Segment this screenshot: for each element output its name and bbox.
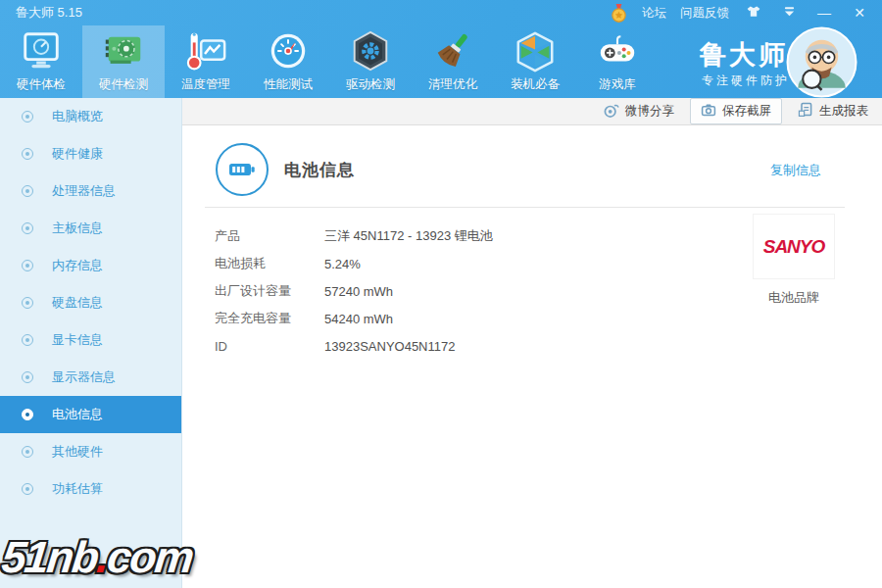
brand-area: 鲁大师 专注硬件防护 — [686, 25, 882, 98]
radio-icon — [22, 446, 33, 458]
watermark: 51nb.com — [0, 532, 195, 583]
table-row: 出厂设计容量 57240 mWh — [182, 277, 731, 305]
brand-slogan: 专注硬件防护 — [702, 73, 790, 89]
row-label: 完全充电容量 — [215, 310, 324, 327]
sidebar-item-disk[interactable]: 硬盘信息 — [0, 284, 181, 321]
row-value: 三洋 45N1172 - 13923 锂电池 — [324, 227, 493, 245]
save-screenshot-label: 保存截屏 — [722, 103, 771, 120]
broom-icon — [430, 29, 475, 74]
skin-icon[interactable] — [743, 4, 764, 23]
radio-icon — [22, 371, 33, 383]
sidebar-item-label: 电池信息 — [52, 406, 103, 423]
thermometer-chart-icon — [183, 29, 228, 74]
row-value: 57240 mWh — [324, 284, 393, 299]
sidebar-item-label: 主板信息 — [52, 220, 103, 237]
header-divider — [205, 207, 845, 208]
sidebar-item-label: 功耗估算 — [52, 480, 103, 498]
sidebar-item-label: 电脑概览 — [52, 108, 103, 125]
radio-icon — [22, 409, 33, 420]
row-value: 54240 mWh — [324, 312, 393, 326]
gamepad-icon — [595, 29, 640, 74]
sidebar-item-label: 处理器信息 — [52, 182, 116, 200]
speed-gauge-icon — [266, 29, 311, 74]
battery-detail-table: 产品 三洋 45N1172 - 13923 锂电池 电池损耗 5.24% 出厂设… — [182, 222, 731, 360]
watermark-suffix: com — [105, 532, 195, 582]
sidebar-item-other-hardware[interactable]: 其他硬件 — [0, 433, 181, 470]
main-toolbar: 硬件体检 硬件检测 — [0, 25, 659, 98]
table-row: 完全充电容量 54240 mWh — [182, 305, 731, 332]
sidebar-item-display[interactable]: 显示器信息 — [0, 359, 181, 396]
generate-report-button[interactable]: 生成报表 — [798, 102, 868, 121]
sidebar-item-label: 硬件健康 — [52, 145, 103, 163]
top-bar: 鲁大师 5.15 论坛 问题反馈 — [0, 0, 882, 98]
radio-icon — [22, 297, 33, 309]
sidebar-item-power-estimate[interactable]: 功耗估算 — [0, 470, 181, 508]
watermark-prefix: 51nb — [0, 532, 100, 582]
forum-link[interactable]: 论坛 — [642, 5, 666, 22]
tab-essentials[interactable]: 装机必备 — [494, 25, 576, 98]
tab-label: 装机必备 — [511, 76, 560, 93]
sidebar-item-label: 显示器信息 — [52, 368, 116, 386]
hexagon-gear-icon — [348, 29, 393, 74]
tab-games[interactable]: 游戏库 — [576, 25, 659, 98]
tab-label: 温度管理 — [181, 76, 230, 93]
copy-info-link[interactable]: 复制信息 — [770, 162, 821, 179]
report-icon — [798, 102, 813, 121]
sidebar: 电脑概览 硬件健康 处理器信息 主板信息 内存信息 硬盘信息 显卡信息 显示器 — [0, 98, 182, 588]
row-value: 13923SANYO45N1172 — [324, 339, 455, 354]
row-label: ID — [215, 339, 324, 354]
cube-icon — [513, 29, 558, 74]
table-row: 电池损耗 5.24% — [182, 250, 731, 277]
sidebar-item-cpu[interactable]: 处理器信息 — [0, 172, 181, 210]
titlebar-controls: 论坛 问题反馈 — ✕ — [610, 4, 870, 23]
sidebar-item-label: 其他硬件 — [52, 443, 103, 461]
radio-icon — [22, 483, 33, 495]
tab-label: 性能测试 — [264, 76, 313, 93]
close-button[interactable]: ✕ — [849, 5, 870, 21]
sidebar-item-label: 显卡信息 — [52, 331, 103, 349]
sidebar-item-battery[interactable]: 电池信息 — [0, 396, 181, 433]
sidebar-item-gpu[interactable]: 显卡信息 — [0, 321, 181, 359]
page-title: 电池信息 — [284, 159, 355, 181]
tab-performance[interactable]: 性能测试 — [247, 25, 329, 98]
menu-dropdown-icon[interactable] — [778, 5, 800, 21]
radio-icon — [22, 260, 33, 271]
weibo-share-label: 微博分享 — [625, 103, 674, 120]
sidebar-item-hardware-health[interactable]: 硬件健康 — [0, 135, 181, 172]
battery-icon — [216, 143, 269, 196]
tab-label: 硬件检测 — [99, 76, 148, 93]
sidebar-item-overview[interactable]: 电脑概览 — [0, 98, 181, 135]
sidebar-item-motherboard[interactable]: 主板信息 — [0, 210, 181, 247]
tab-label: 驱动检测 — [346, 76, 395, 93]
table-row: 产品 三洋 45N1172 - 13923 锂电池 — [182, 222, 731, 250]
app-window: 鲁大师 5.15 论坛 问题反馈 — [0, 0, 882, 588]
mascot-avatar — [786, 26, 858, 98]
tab-hardware-checkup[interactable]: 硬件体检 — [0, 25, 82, 98]
tab-driver[interactable]: 驱动检测 — [329, 25, 412, 98]
camera-icon — [701, 102, 716, 121]
gpu-card-icon — [101, 29, 146, 74]
sidebar-item-memory[interactable]: 内存信息 — [0, 247, 181, 284]
minimize-button[interactable]: — — [813, 5, 835, 21]
radio-icon — [22, 111, 33, 122]
tab-temperature[interactable]: 温度管理 — [165, 25, 247, 98]
radio-icon — [22, 222, 33, 234]
tab-label: 清理优化 — [428, 76, 477, 93]
radio-icon — [22, 334, 33, 346]
title-bar: 鲁大师 5.15 论坛 问题反馈 — [0, 0, 882, 25]
sidebar-item-label: 内存信息 — [52, 257, 103, 274]
weibo-share-button[interactable]: 微博分享 — [603, 102, 674, 122]
row-value: 5.24% — [324, 257, 361, 271]
row-label: 产品 — [215, 227, 324, 245]
medal-icon[interactable] — [610, 4, 628, 23]
feedback-link[interactable]: 问题反馈 — [680, 5, 729, 22]
tab-hardware-detect[interactable]: 硬件检测 — [82, 25, 165, 98]
sanyo-logo-text: SANYO — [763, 236, 825, 258]
row-label: 出厂设计容量 — [215, 282, 324, 300]
action-bar: 微博分享 保存截屏 生成报表 — [182, 98, 882, 125]
tab-cleanup[interactable]: 清理优化 — [412, 25, 494, 98]
weibo-icon — [603, 102, 619, 122]
tab-label: 硬件体检 — [17, 76, 66, 93]
tab-label: 游戏库 — [599, 76, 636, 93]
save-screenshot-button[interactable]: 保存截屏 — [690, 98, 782, 124]
